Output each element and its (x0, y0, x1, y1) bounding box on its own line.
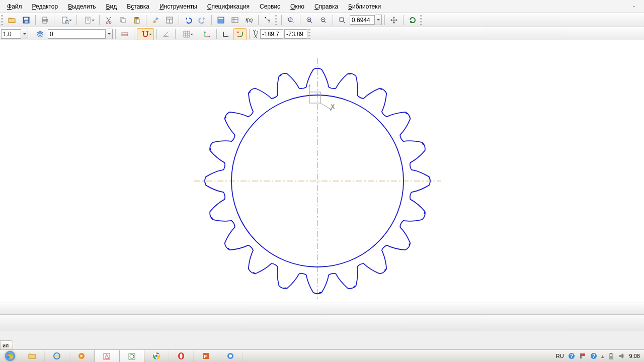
zoom-dropdown[interactable] (375, 15, 382, 25)
minimize-button[interactable]: - (630, 2, 638, 11)
menu-tools[interactable]: Инструменты (155, 3, 201, 11)
toolbar-grip[interactable] (1, 15, 3, 25)
angle-snap-button[interactable] (159, 28, 173, 40)
coord-y-input[interactable] (284, 29, 307, 39)
manager-button[interactable] (214, 14, 227, 26)
task-wmp[interactable] (69, 350, 94, 362)
grid-dropdown[interactable] (178, 28, 195, 40)
menu-bar: Файл Редактор Выделить Вид Вставка Инстр… (0, 0, 644, 13)
svg-rect-63 (7, 356, 10, 358)
tray-chevron[interactable]: ▴ (601, 353, 604, 359)
refresh-icon (409, 16, 417, 24)
auto-line-button[interactable] (118, 28, 131, 40)
svg-point-15 (106, 22, 108, 24)
tray-clock[interactable]: 9:08 (629, 353, 640, 359)
toolbar-grip[interactable] (275, 15, 277, 25)
menu-insert[interactable]: Вставка (123, 3, 153, 11)
zoom-out-button[interactable] (317, 14, 330, 26)
save-button[interactable] (20, 14, 33, 26)
refresh-button[interactable] (406, 14, 419, 26)
menu-libs[interactable]: Библиотеки (344, 3, 385, 11)
explorer-icon (28, 352, 36, 360)
tray-lang[interactable]: RU (556, 353, 564, 359)
snap-icon (141, 30, 149, 38)
ortho-icon (222, 30, 230, 38)
pan-button[interactable] (387, 14, 400, 26)
brush-button[interactable] (149, 14, 162, 26)
svg-text:f(x): f(x) (246, 18, 253, 23)
cut-button[interactable] (102, 14, 115, 26)
auto-line-icon (121, 30, 129, 38)
task-kompas[interactable] (94, 350, 119, 362)
menu-window[interactable]: Окно (286, 3, 308, 11)
task-app2[interactable] (119, 350, 144, 362)
message-bar (0, 314, 644, 331)
line-width-input[interactable] (1, 29, 21, 39)
task-app3[interactable] (218, 350, 243, 362)
coord-x-input[interactable] (260, 29, 283, 39)
fx-button[interactable]: f(x) (243, 14, 256, 26)
doc-dropdown[interactable] (79, 14, 97, 26)
snap-dropdown[interactable] (137, 28, 154, 40)
doc-icon (84, 16, 92, 24)
preview-dropdown[interactable] (57, 14, 74, 26)
open-button[interactable] (6, 14, 19, 26)
start-button[interactable] (0, 350, 20, 362)
tab-fragment[interactable]: ия (0, 340, 13, 350)
menu-spec[interactable]: Спецификация (203, 3, 254, 11)
task-ppt[interactable]: P (194, 350, 218, 362)
menu-select[interactable]: Выделить (64, 3, 100, 11)
svg-rect-22 (155, 17, 158, 20)
task-chrome[interactable] (144, 350, 169, 362)
print-icon (41, 16, 49, 24)
layer-combo[interactable] (48, 29, 113, 39)
zoom-input[interactable] (350, 15, 375, 25)
menu-view[interactable]: Вид (102, 3, 121, 11)
drawing-area[interactable]: X (0, 40, 644, 303)
round-button[interactable] (233, 28, 247, 40)
variables-button[interactable] (228, 14, 242, 26)
menu-help[interactable]: Справка (310, 3, 342, 11)
svg-rect-5 (43, 21, 47, 23)
zoom-fit-button[interactable] (336, 14, 349, 26)
menu-file[interactable]: Файл (3, 3, 26, 11)
svg-rect-61 (7, 353, 10, 355)
local-cs-button[interactable] (201, 28, 214, 40)
help2-tray-icon[interactable]: ? (590, 352, 597, 359)
brush-icon (151, 16, 159, 24)
toolbar-grip[interactable] (308, 29, 310, 39)
zoom-in-button[interactable] (303, 14, 316, 26)
task-opera[interactable] (169, 350, 194, 362)
panel-band (0, 331, 644, 350)
help-tray-icon[interactable]: ? (568, 352, 575, 359)
ortho-button[interactable] (219, 28, 232, 40)
zoom-combo[interactable] (350, 15, 382, 25)
menu-service[interactable]: Сервис (256, 3, 284, 11)
svg-rect-84 (610, 356, 612, 358)
paste-button[interactable] (130, 14, 143, 26)
layer-input[interactable] (48, 29, 106, 39)
layer-dropdown[interactable] (106, 29, 113, 39)
toolbar-grip[interactable] (420, 15, 422, 25)
menu-editor[interactable]: Редактор (28, 3, 62, 11)
opera-icon (177, 352, 185, 360)
redo-button[interactable] (196, 14, 209, 26)
task-explorer[interactable] (20, 350, 45, 362)
volume-tray-icon[interactable] (618, 352, 625, 359)
line-width-combo[interactable] (1, 29, 28, 39)
copy-button[interactable] (116, 14, 129, 26)
battery-tray-icon[interactable] (608, 352, 614, 359)
x-axis-label: X (331, 104, 335, 110)
properties-button[interactable] (163, 14, 176, 26)
zoom-out-icon (319, 16, 328, 24)
context-help-button[interactable]: ? (261, 14, 274, 26)
flag-tray-icon[interactable] (579, 352, 586, 359)
line-width-dropdown[interactable] (21, 29, 28, 39)
print-button[interactable] (38, 14, 51, 26)
layer-button[interactable] (34, 28, 47, 40)
undo-button[interactable] (182, 14, 195, 26)
wmp-icon (77, 352, 86, 360)
zoom-window-button[interactable] (284, 14, 297, 26)
ie-icon (53, 352, 61, 360)
task-ie[interactable] (45, 350, 69, 362)
